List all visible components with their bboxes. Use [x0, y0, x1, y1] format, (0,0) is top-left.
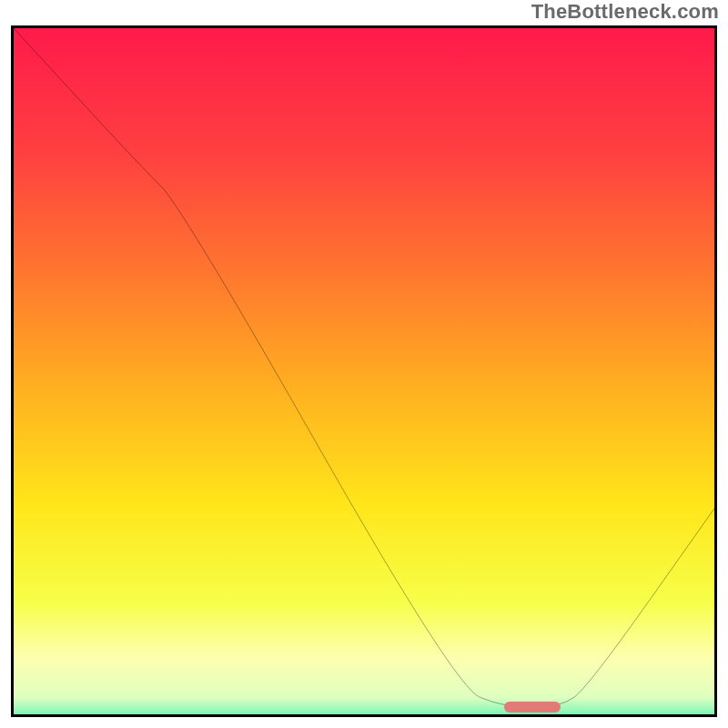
optimal-range-marker — [504, 702, 561, 713]
bottleneck-curve — [14, 28, 714, 714]
plot-area — [11, 25, 717, 717]
watermark-text: TheBottleneck.com — [531, 0, 719, 24]
chart-container: TheBottleneck.com — [0, 0, 728, 728]
